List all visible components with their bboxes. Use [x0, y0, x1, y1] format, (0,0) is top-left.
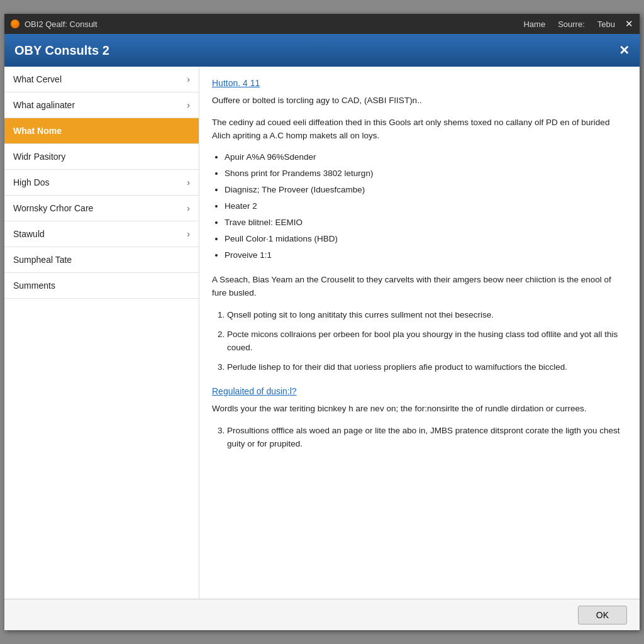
- list-item: Qnsell poting sit to long anititaty this…: [227, 309, 627, 322]
- sidebar: What Cervel › What agalinater › What Nom…: [4, 67, 199, 599]
- dialog-title: OBY Consults 2: [14, 43, 109, 58]
- list-item: Diagnisz; The Proveer (Iduesfcambe): [225, 184, 627, 197]
- sidebar-item-summents[interactable]: Summents: [4, 273, 199, 299]
- sidebar-item-label: What agalinater: [13, 100, 75, 110]
- numbered-list-1: Qnsell poting sit to long anititaty this…: [227, 309, 627, 374]
- list-item: Pocte micons collraions per orbeen for b…: [227, 328, 627, 355]
- dialog-header: OBY Consults 2 ✕: [4, 34, 640, 67]
- paragraph-2: A Sseach, Bias Yeam an the Crouselit to …: [212, 274, 627, 300]
- chevron-right-icon: ›: [187, 229, 190, 239]
- sidebar-item-what-agalinater[interactable]: What agalinater ›: [4, 92, 199, 118]
- chevron-right-icon: ›: [187, 74, 190, 84]
- top-link[interactable]: Hutton. 4 11: [212, 77, 627, 91]
- list-item: Shons print for Prandems 3802 leturgn): [225, 167, 627, 180]
- list-item: Prosultions offfice als woed an page or …: [227, 425, 627, 451]
- ok-button[interactable]: OK: [578, 606, 627, 625]
- sidebar-item-sumpheal-tate[interactable]: Sumpheal Tate: [4, 247, 199, 273]
- paragraph-1: The cediny ad coued eeli diffeation thed…: [212, 116, 627, 143]
- sidebar-item-what-nome[interactable]: What Nome: [4, 118, 199, 144]
- sidebar-item-high-dos[interactable]: High Dos ›: [4, 170, 199, 196]
- sidebar-item-label: Wornsky Crhor Care: [13, 203, 93, 213]
- nav-tebu[interactable]: Tebu: [597, 19, 615, 29]
- sidebar-item-stawuld[interactable]: Stawuld ›: [4, 221, 199, 247]
- sidebar-item-label: Stawuld: [13, 229, 45, 239]
- chevron-right-icon: ›: [187, 100, 190, 110]
- numbered-list-2: Prosultions offfice als woed an page or …: [227, 425, 627, 451]
- dialog-body: What Cervel › What agalinater › What Nom…: [4, 67, 640, 599]
- list-item: Trave blitnel: EEMIO: [225, 216, 627, 230]
- title-bar-left: OBI2 Qealf: Consult: [11, 19, 523, 29]
- nav-hame[interactable]: Hame: [523, 19, 545, 29]
- list-item: Perlude lishep to for their did that uor…: [227, 361, 627, 374]
- top-description: Ouffere or bolted is torcling agy to CAD…: [212, 94, 627, 108]
- content-area: Hutton. 4 11 Ouffere or bolted is torcli…: [199, 67, 640, 599]
- chevron-right-icon: ›: [187, 203, 190, 213]
- title-bar-close-button[interactable]: ✕: [625, 18, 633, 30]
- sidebar-item-label: Widr Pasitory: [13, 152, 65, 162]
- paragraph-3: Wordls your the war teriting bicnkey h a…: [212, 402, 627, 416]
- bottom-link[interactable]: Regulaited of dusin:l?: [212, 385, 627, 399]
- list-item: Heater 2: [225, 200, 627, 213]
- chevron-right-icon: ›: [187, 177, 190, 187]
- sidebar-item-label: High Dos: [13, 177, 50, 187]
- bullet-list: Apuir A%A 96%Sdender Shons print for Pra…: [225, 151, 627, 262]
- dialog-footer: OK: [4, 599, 640, 630]
- sidebar-item-label: What Cervel: [13, 74, 62, 84]
- traffic-light-icon: [11, 19, 19, 28]
- sidebar-item-what-cervel[interactable]: What Cervel ›: [4, 67, 199, 92]
- nav-sourre[interactable]: Sourre:: [558, 19, 585, 29]
- title-bar: OBI2 Qealf: Consult Hame Sourre: Tebu ✕: [4, 14, 640, 34]
- title-bar-nav: Hame Sourre: Tebu: [523, 19, 615, 29]
- list-item: Peull Color·1 midations (HBD): [225, 233, 627, 246]
- sidebar-item-label: Sumpheal Tate: [13, 255, 72, 265]
- title-bar-title: OBI2 Qealf: Consult: [25, 19, 97, 29]
- list-item: Apuir A%A 96%Sdender: [225, 151, 627, 164]
- list-item: Proveive 1:1: [225, 249, 627, 262]
- dialog-close-button[interactable]: ✕: [619, 43, 630, 58]
- sidebar-item-wornsky-crhor-care[interactable]: Wornsky Crhor Care ›: [4, 196, 199, 221]
- sidebar-item-label: What Nome: [13, 126, 62, 136]
- sidebar-item-label: Summents: [13, 280, 55, 291]
- sidebar-item-widr-pasitory[interactable]: Widr Pasitory: [4, 144, 199, 170]
